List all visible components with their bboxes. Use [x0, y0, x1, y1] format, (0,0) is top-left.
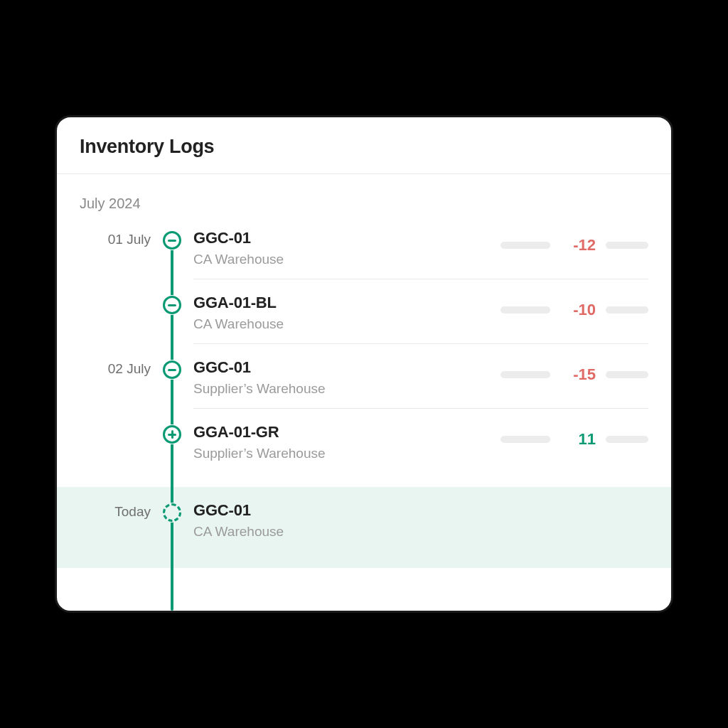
log-row[interactable]: GGA-01-BL CA Warehouse -10 [80, 294, 648, 358]
log-date: 01 July [80, 232, 151, 247]
log-warehouse: Supplier’s Warehouse [193, 381, 500, 397]
log-sku: GGA-01-GR [193, 423, 500, 441]
log-sparkline: 11 [500, 423, 648, 449]
minus-icon [162, 295, 182, 315]
log-delta: -15 [560, 365, 596, 384]
month-label: July 2024 [80, 196, 648, 212]
inventory-logs-card: Inventory Logs July 2024 01 July GGC-01 … [55, 115, 673, 613]
log-timeline: 01 July GGC-01 CA Warehouse -12 [80, 229, 648, 568]
log-sparkline: -15 [500, 358, 648, 384]
log-row[interactable]: 02 July GGC-01 Supplier’s Warehouse -15 [80, 358, 648, 423]
log-sparkline: -12 [500, 229, 648, 255]
log-sku: GGC-01 [193, 358, 500, 377]
log-delta: -10 [560, 301, 596, 319]
log-sparkline: -10 [500, 294, 648, 319]
log-delta: -12 [560, 236, 596, 255]
plus-icon [162, 424, 182, 444]
log-warehouse: CA Warehouse [193, 252, 500, 267]
log-sku: GGC-01 [193, 229, 500, 247]
minus-icon [162, 360, 182, 380]
log-date: Today [80, 504, 151, 520]
minus-icon [162, 230, 182, 250]
today-row[interactable]: Today GGC-01 CA Warehouse [57, 487, 671, 568]
log-warehouse: CA Warehouse [193, 316, 500, 332]
card-header: Inventory Logs [57, 117, 671, 174]
pending-icon [162, 503, 182, 523]
log-date: 02 July [80, 361, 151, 377]
log-sku: GGA-01-BL [193, 294, 500, 312]
log-warehouse: CA Warehouse [193, 524, 648, 540]
log-sku: GGC-01 [193, 501, 648, 520]
log-row[interactable]: 01 July GGC-01 CA Warehouse -12 [80, 229, 648, 294]
page-title: Inventory Logs [80, 136, 648, 158]
log-row[interactable]: GGA-01-GR Supplier’s Warehouse 11 [80, 423, 648, 487]
log-delta: 11 [560, 430, 596, 449]
log-warehouse: Supplier’s Warehouse [193, 446, 500, 461]
card-body: July 2024 01 July GGC-01 CA Warehouse -1… [57, 174, 671, 611]
